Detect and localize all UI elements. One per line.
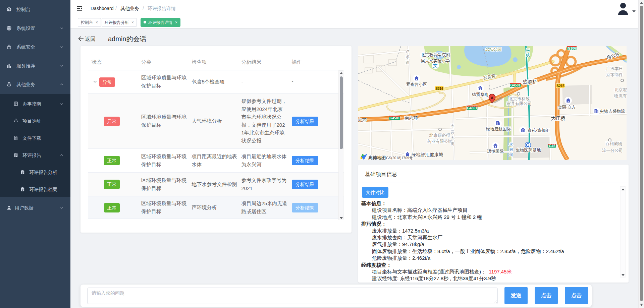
svg-text:天: 天: [450, 124, 454, 128]
svg-text:德贤华府: 德贤华府: [472, 92, 489, 97]
svg-text:A: A: [491, 96, 493, 100]
svg-text:文: 文: [433, 63, 438, 68]
svg-text:鑫苑·鑫都汇: 鑫苑·鑫都汇: [528, 128, 550, 133]
svg-text:兴: 兴: [526, 48, 530, 52]
svg-text:兴: 兴: [509, 147, 513, 151]
svg-text:念坛公园: 念坛公园: [485, 47, 501, 52]
svg-text:G4501: G4501: [467, 106, 477, 110]
svg-text:GS(2018)1709号: GS(2018)1709号: [386, 156, 413, 160]
svg-text:S215: S215: [556, 84, 565, 88]
svg-text:北京教育学院附: 北京教育学院附: [421, 52, 450, 57]
svg-text:流一分公司: 流一分公司: [602, 148, 623, 153]
svg-text:广汽本日: 广汽本日: [606, 66, 623, 71]
svg-text:南六环: 南六环: [405, 116, 418, 121]
svg-text:G45: G45: [549, 144, 555, 148]
svg-text:大: 大: [450, 136, 454, 140]
svg-text:北京宏: 北京宏: [614, 87, 627, 92]
svg-text:生物医药基地: 生物医药基地: [516, 148, 541, 152]
svg-text:绿地启航国际: 绿地启航国际: [486, 127, 512, 131]
svg-text:G4501: G4501: [389, 116, 399, 120]
svg-text:街: 街: [450, 142, 454, 146]
svg-text:盛源桥: 盛源桥: [523, 79, 537, 84]
svg-text:河: 河: [509, 153, 513, 157]
svg-text:贵: 贵: [450, 130, 454, 134]
svg-text:北京市标致: 北京市标致: [509, 97, 530, 101]
svg-text:永: 永: [509, 142, 513, 146]
svg-text:G106: G106: [568, 47, 576, 50]
svg-text:线: 线: [526, 53, 530, 57]
svg-text:京零部件: 京零部件: [606, 72, 623, 77]
svg-text:百利威物: 百利威物: [605, 141, 622, 146]
svg-text:G4501: G4501: [510, 83, 520, 87]
svg-text:北京康必得: 北京康必得: [429, 133, 450, 138]
svg-text:罗奇营小区: 罗奇营小区: [406, 82, 427, 87]
svg-text:六环: 六环: [358, 118, 367, 123]
svg-text:金隅·立方: 金隅·立方: [558, 105, 576, 110]
svg-text:物流有: 物流有: [614, 94, 627, 98]
svg-text:路: 路: [406, 60, 410, 64]
svg-text:高德地图: 高德地图: [368, 155, 386, 160]
svg-text:属大兴实验小学: 属大兴实验小学: [421, 59, 450, 63]
svg-text:中铁吉盛物流: 中铁吉盛物流: [600, 109, 626, 114]
svg-text:药业有限公司: 药业有限公司: [427, 139, 452, 144]
svg-text:卢: 卢: [406, 50, 410, 54]
svg-text:S316: S316: [435, 87, 443, 90]
svg-text:绿地智汇健康城: 绿地智汇健康城: [412, 152, 443, 157]
svg-text:求: 求: [406, 55, 410, 59]
svg-text:大庄桥: 大庄桥: [551, 116, 566, 121]
svg-text:珺悦国际: 珺悦国际: [487, 149, 504, 154]
svg-text:家具有限公司: 家具有限公司: [507, 101, 532, 106]
